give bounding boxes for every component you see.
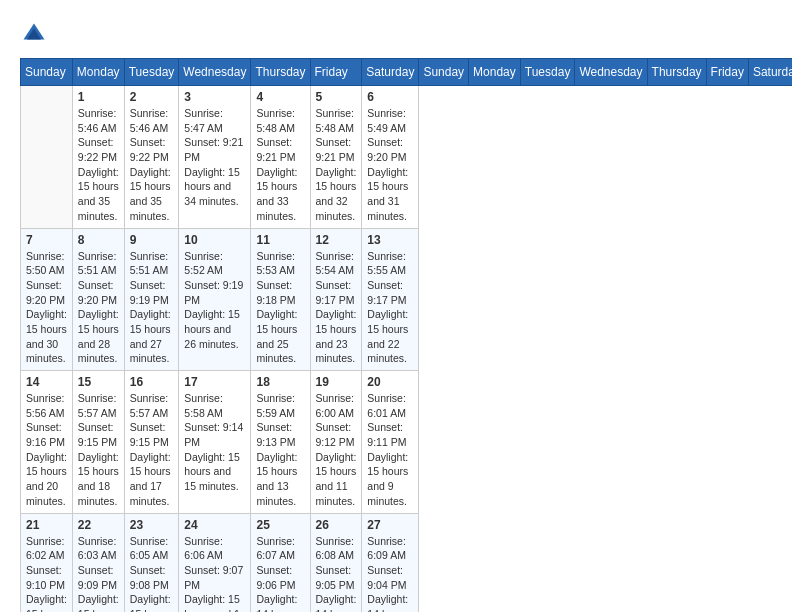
day-info: Sunrise: 6:07 AMSunset: 9:06 PMDaylight:… <box>256 534 304 613</box>
day-number: 1 <box>78 90 119 104</box>
day-info: Sunrise: 5:53 AMSunset: 9:18 PMDaylight:… <box>256 249 304 367</box>
day-number: 20 <box>367 375 413 389</box>
day-info: Sunrise: 5:57 AMSunset: 9:15 PMDaylight:… <box>130 391 174 509</box>
col-header-monday: Monday <box>72 59 124 86</box>
week-row-3: 14Sunrise: 5:56 AMSunset: 9:16 PMDayligh… <box>21 371 793 514</box>
day-number: 4 <box>256 90 304 104</box>
calendar-cell: 26Sunrise: 6:08 AMSunset: 9:05 PMDayligh… <box>310 513 362 612</box>
day-number: 7 <box>26 233 67 247</box>
calendar-cell: 21Sunrise: 6:02 AMSunset: 9:10 PMDayligh… <box>21 513 73 612</box>
col-header-saturday: Saturday <box>362 59 419 86</box>
calendar-cell: 9Sunrise: 5:51 AMSunset: 9:19 PMDaylight… <box>124 228 179 371</box>
col-header-sunday: Sunday <box>419 59 469 86</box>
day-number: 8 <box>78 233 119 247</box>
day-number: 13 <box>367 233 413 247</box>
col-header-friday: Friday <box>706 59 748 86</box>
day-info: Sunrise: 5:56 AMSunset: 9:16 PMDaylight:… <box>26 391 67 509</box>
calendar-cell: 8Sunrise: 5:51 AMSunset: 9:20 PMDaylight… <box>72 228 124 371</box>
col-header-saturday: Saturday <box>748 59 792 86</box>
day-number: 6 <box>367 90 413 104</box>
calendar-cell: 5Sunrise: 5:48 AMSunset: 9:21 PMDaylight… <box>310 86 362 229</box>
calendar-cell: 13Sunrise: 5:55 AMSunset: 9:17 PMDayligh… <box>362 228 419 371</box>
calendar-cell: 1Sunrise: 5:46 AMSunset: 9:22 PMDaylight… <box>72 86 124 229</box>
calendar-cell: 15Sunrise: 5:57 AMSunset: 9:15 PMDayligh… <box>72 371 124 514</box>
calendar-cell: 4Sunrise: 5:48 AMSunset: 9:21 PMDaylight… <box>251 86 310 229</box>
day-number: 14 <box>26 375 67 389</box>
day-info: Sunrise: 5:59 AMSunset: 9:13 PMDaylight:… <box>256 391 304 509</box>
calendar-cell: 19Sunrise: 6:00 AMSunset: 9:12 PMDayligh… <box>310 371 362 514</box>
day-number: 9 <box>130 233 174 247</box>
col-header-monday: Monday <box>469 59 521 86</box>
day-number: 15 <box>78 375 119 389</box>
day-info: Sunrise: 6:03 AMSunset: 9:09 PMDaylight:… <box>78 534 119 613</box>
day-number: 27 <box>367 518 413 532</box>
day-info: Sunrise: 5:51 AMSunset: 9:20 PMDaylight:… <box>78 249 119 367</box>
week-row-1: 1Sunrise: 5:46 AMSunset: 9:22 PMDaylight… <box>21 86 793 229</box>
day-number: 25 <box>256 518 304 532</box>
col-header-tuesday: Tuesday <box>520 59 575 86</box>
calendar-cell: 18Sunrise: 5:59 AMSunset: 9:13 PMDayligh… <box>251 371 310 514</box>
day-info: Sunrise: 5:51 AMSunset: 9:19 PMDaylight:… <box>130 249 174 367</box>
calendar-cell: 22Sunrise: 6:03 AMSunset: 9:09 PMDayligh… <box>72 513 124 612</box>
col-header-wednesday: Wednesday <box>179 59 251 86</box>
day-number: 22 <box>78 518 119 532</box>
day-info: Sunrise: 5:55 AMSunset: 9:17 PMDaylight:… <box>367 249 413 367</box>
day-number: 21 <box>26 518 67 532</box>
calendar-cell: 12Sunrise: 5:54 AMSunset: 9:17 PMDayligh… <box>310 228 362 371</box>
calendar-cell: 17Sunrise: 5:58 AMSunset: 9:14 PMDayligh… <box>179 371 251 514</box>
col-header-friday: Friday <box>310 59 362 86</box>
col-header-wednesday: Wednesday <box>575 59 647 86</box>
day-number: 2 <box>130 90 174 104</box>
page-header <box>20 20 772 48</box>
calendar-cell: 14Sunrise: 5:56 AMSunset: 9:16 PMDayligh… <box>21 371 73 514</box>
day-info: Sunrise: 6:06 AMSunset: 9:07 PMDaylight:… <box>184 534 245 613</box>
logo <box>20 20 52 48</box>
header-row: SundayMondayTuesdayWednesdayThursdayFrid… <box>21 59 793 86</box>
calendar-cell: 10Sunrise: 5:52 AMSunset: 9:19 PMDayligh… <box>179 228 251 371</box>
logo-icon <box>20 20 48 48</box>
calendar-cell: 25Sunrise: 6:07 AMSunset: 9:06 PMDayligh… <box>251 513 310 612</box>
day-info: Sunrise: 6:05 AMSunset: 9:08 PMDaylight:… <box>130 534 174 613</box>
day-info: Sunrise: 5:52 AMSunset: 9:19 PMDaylight:… <box>184 249 245 352</box>
day-info: Sunrise: 5:54 AMSunset: 9:17 PMDaylight:… <box>316 249 357 367</box>
day-info: Sunrise: 6:02 AMSunset: 9:10 PMDaylight:… <box>26 534 67 613</box>
day-info: Sunrise: 5:48 AMSunset: 9:21 PMDaylight:… <box>316 106 357 224</box>
day-info: Sunrise: 5:58 AMSunset: 9:14 PMDaylight:… <box>184 391 245 494</box>
calendar-table: SundayMondayTuesdayWednesdayThursdayFrid… <box>20 58 792 612</box>
calendar-cell: 16Sunrise: 5:57 AMSunset: 9:15 PMDayligh… <box>124 371 179 514</box>
calendar-cell: 20Sunrise: 6:01 AMSunset: 9:11 PMDayligh… <box>362 371 419 514</box>
day-number: 10 <box>184 233 245 247</box>
calendar-cell <box>21 86 73 229</box>
day-info: Sunrise: 5:47 AMSunset: 9:21 PMDaylight:… <box>184 106 245 209</box>
day-info: Sunrise: 5:50 AMSunset: 9:20 PMDaylight:… <box>26 249 67 367</box>
day-info: Sunrise: 5:57 AMSunset: 9:15 PMDaylight:… <box>78 391 119 509</box>
day-info: Sunrise: 6:09 AMSunset: 9:04 PMDaylight:… <box>367 534 413 613</box>
day-info: Sunrise: 6:08 AMSunset: 9:05 PMDaylight:… <box>316 534 357 613</box>
col-header-thursday: Thursday <box>647 59 706 86</box>
calendar-cell: 3Sunrise: 5:47 AMSunset: 9:21 PMDaylight… <box>179 86 251 229</box>
day-number: 19 <box>316 375 357 389</box>
day-number: 23 <box>130 518 174 532</box>
col-header-sunday: Sunday <box>21 59 73 86</box>
day-info: Sunrise: 5:48 AMSunset: 9:21 PMDaylight:… <box>256 106 304 224</box>
day-number: 3 <box>184 90 245 104</box>
day-number: 11 <box>256 233 304 247</box>
day-number: 16 <box>130 375 174 389</box>
day-info: Sunrise: 6:00 AMSunset: 9:12 PMDaylight:… <box>316 391 357 509</box>
day-number: 17 <box>184 375 245 389</box>
day-number: 12 <box>316 233 357 247</box>
day-info: Sunrise: 5:49 AMSunset: 9:20 PMDaylight:… <box>367 106 413 224</box>
col-header-tuesday: Tuesday <box>124 59 179 86</box>
col-header-thursday: Thursday <box>251 59 310 86</box>
day-number: 5 <box>316 90 357 104</box>
week-row-4: 21Sunrise: 6:02 AMSunset: 9:10 PMDayligh… <box>21 513 793 612</box>
day-info: Sunrise: 6:01 AMSunset: 9:11 PMDaylight:… <box>367 391 413 509</box>
calendar-cell: 27Sunrise: 6:09 AMSunset: 9:04 PMDayligh… <box>362 513 419 612</box>
calendar-cell: 7Sunrise: 5:50 AMSunset: 9:20 PMDaylight… <box>21 228 73 371</box>
day-number: 18 <box>256 375 304 389</box>
day-number: 26 <box>316 518 357 532</box>
calendar-cell: 2Sunrise: 5:46 AMSunset: 9:22 PMDaylight… <box>124 86 179 229</box>
day-info: Sunrise: 5:46 AMSunset: 9:22 PMDaylight:… <box>130 106 174 224</box>
calendar-cell: 11Sunrise: 5:53 AMSunset: 9:18 PMDayligh… <box>251 228 310 371</box>
calendar-cell: 24Sunrise: 6:06 AMSunset: 9:07 PMDayligh… <box>179 513 251 612</box>
